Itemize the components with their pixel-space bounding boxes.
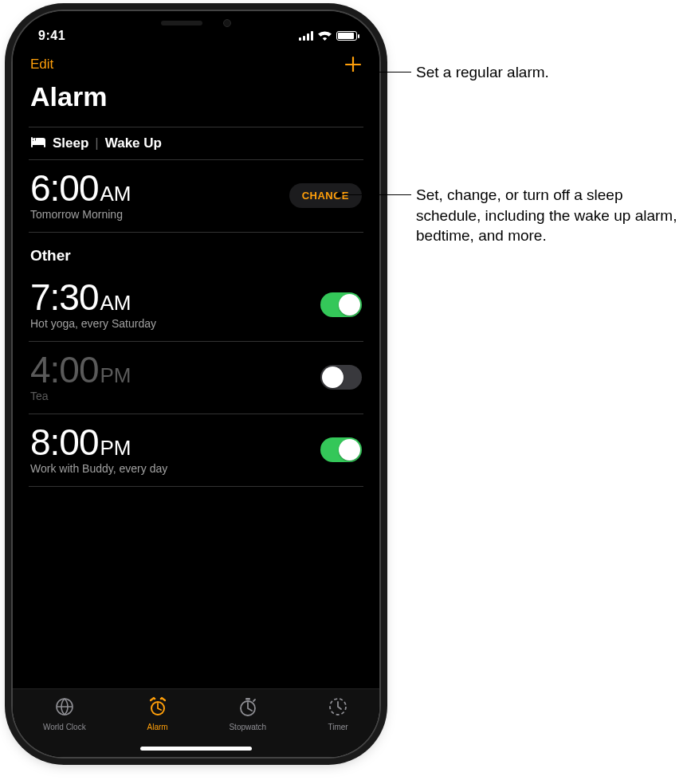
callout-text: Set, change, or turn off a sleep schedul… (416, 186, 677, 244)
add-alarm-button[interactable] (344, 56, 362, 73)
alarm-time: 7:30 (30, 276, 99, 318)
page-title: Alarm (30, 81, 363, 112)
alarm-sub: Tea (30, 390, 132, 402)
sleep-label: Sleep (53, 135, 88, 151)
edit-button[interactable]: Edit (30, 57, 53, 73)
wake-sub: Tomorrow Morning (30, 208, 132, 221)
status-time: 9:41 (38, 29, 65, 43)
wake-time: 6:00 (30, 167, 99, 209)
tab-timer[interactable]: Timer (327, 696, 349, 731)
screen: 9:41 Edit Alarm Sleep | (13, 11, 379, 757)
wakeup-label: Wake Up (105, 135, 162, 151)
tab-label: Stopwatch (229, 723, 266, 731)
content-area: Alarm Sleep | Wake Up 6:00AM Tomorrow Mo… (13, 76, 379, 688)
tab-world-clock[interactable]: World Clock (43, 696, 86, 731)
alarm-row: 7:30AMHot yoga, every Saturday (29, 269, 363, 342)
notch (116, 11, 276, 35)
alarm-toggle[interactable] (320, 365, 362, 390)
separator: | (95, 135, 98, 151)
tab-stopwatch[interactable]: Stopwatch (229, 696, 266, 731)
alarm-time: 8:00 (30, 421, 99, 463)
tab-icon (237, 696, 259, 719)
alarm-row: 8:00PMWork with Buddy, every day (29, 414, 363, 487)
alarm-sub: Work with Buddy, every day (30, 462, 167, 475)
wake-alarm-row: 6:00AM Tomorrow Morning CHANGE (29, 160, 363, 233)
tab-label: Timer (328, 723, 347, 731)
tab-icon (53, 696, 76, 719)
tab-label: World Clock (43, 723, 86, 731)
change-button[interactable]: CHANGE (289, 183, 362, 208)
callout-change: Set, change, or turn off a sleep schedul… (416, 185, 679, 246)
alarm-ampm: PM (100, 363, 132, 387)
wifi-icon (318, 31, 332, 41)
alarm-sub: Hot yoga, every Saturday (30, 317, 156, 330)
battery-icon (336, 31, 357, 41)
tab-alarm[interactable]: Alarm (147, 696, 169, 731)
callout-add-alarm: Set a regular alarm. (416, 62, 671, 83)
tab-label: Alarm (147, 723, 167, 731)
tab-icon (147, 696, 169, 719)
cellular-icon (299, 31, 313, 41)
wake-ampm: AM (100, 182, 132, 206)
svg-point-3 (153, 698, 155, 700)
alarm-toggle[interactable] (320, 292, 362, 317)
alarm-toggle[interactable] (320, 437, 362, 462)
alarm-row: 4:00PMTea (29, 342, 363, 414)
svg-point-4 (159, 698, 162, 700)
nav-bar: Edit (13, 51, 379, 76)
home-indicator (140, 747, 252, 751)
svg-rect-6 (245, 698, 250, 700)
alarm-ampm: AM (100, 291, 132, 315)
alarm-list: 7:30AMHot yoga, every Saturday4:00PMTea8… (29, 269, 363, 487)
other-section-header: Other (29, 233, 363, 269)
iphone-frame: 9:41 Edit Alarm Sleep | (13, 11, 379, 757)
alarm-time: 4:00 (30, 349, 99, 390)
sleep-section-header: Sleep | Wake Up (29, 127, 363, 160)
alarm-ampm: PM (100, 436, 132, 460)
callout-text: Set a regular alarm. (416, 64, 549, 80)
tab-icon (327, 696, 349, 719)
bed-icon (30, 135, 46, 151)
